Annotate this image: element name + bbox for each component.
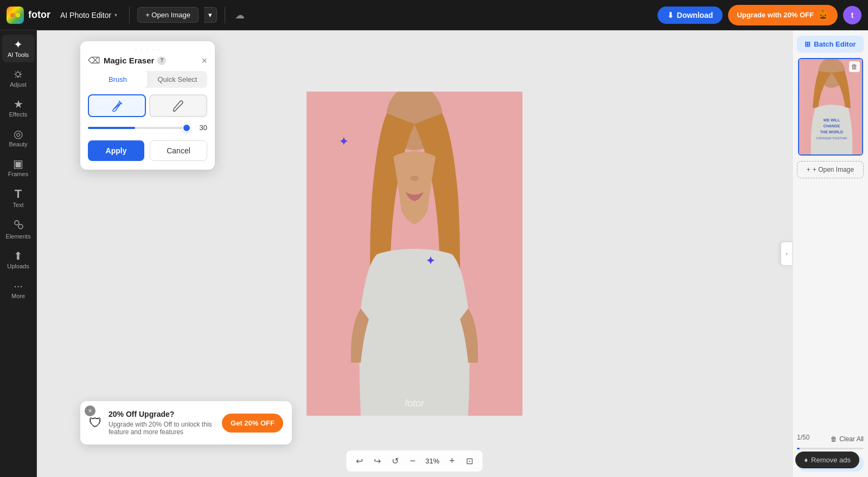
sidebar-item-ai-tools[interactable]: ✦ AI Tools	[2, 35, 35, 62]
upgrade-label: Upgrade with 20% OFF	[737, 11, 814, 19]
elements-icon	[13, 219, 24, 231]
chevron-right-icon: ›	[786, 250, 788, 257]
undo-button[interactable]: ↩	[353, 454, 366, 468]
text-icon: T	[15, 188, 22, 200]
open-image-side-label: + Open Image	[813, 166, 854, 173]
remove-ads-button[interactable]: ♦ Remove ads	[795, 452, 859, 468]
frames-icon: ▣	[13, 158, 23, 169]
svg-text:STRONGER TOGETHER: STRONGER TOGETHER	[816, 137, 847, 140]
progress-bar-fill	[797, 448, 800, 449]
batch-editor-label: Batch Editor	[814, 40, 856, 48]
thumbnail-svg: WE WILL CHANGE THE WORLD STRONGER TOGETH…	[799, 59, 863, 156]
fit-to-screen-button[interactable]: ⊡	[463, 454, 476, 468]
reset-button[interactable]: ↺	[388, 454, 402, 468]
sidebar-label-ai-tools: AI Tools	[8, 51, 29, 58]
slider-value: 30	[192, 124, 207, 132]
sidebar-label-uploads: Uploads	[7, 263, 29, 269]
sidebar-left: ✦ AI Tools ⛭ Adjust ★ Effects ◎ Beauty ▣…	[0, 30, 37, 477]
right-panel: ⊞ Batch Editor WE WILL CHANGE THE WORLD …	[792, 30, 868, 477]
svg-text:CHANGE: CHANGE	[823, 124, 840, 128]
promo-description: Upgrade with 20% Off to unlock this feat…	[108, 421, 215, 436]
zoom-out-button[interactable]: −	[406, 454, 419, 468]
open-image-arrow-button[interactable]: ▾	[204, 7, 217, 23]
sidebar-item-frames[interactable]: ▣ Frames	[2, 154, 35, 182]
apply-button[interactable]: Apply	[88, 140, 144, 161]
slider-track[interactable]	[88, 127, 187, 129]
progress-bar	[797, 448, 864, 449]
sidebar-item-adjust[interactable]: ⛭ Adjust	[2, 65, 35, 92]
zoom-in-button[interactable]: +	[446, 454, 458, 468]
promo-title: 20% Off Upgrade?	[108, 410, 215, 418]
sidebar-label-more: More	[11, 293, 25, 299]
cancel-button[interactable]: Cancel	[150, 140, 207, 161]
more-icon: ···	[14, 280, 23, 291]
topbar: fotor AI Photo Editor ▾ + Open Image ▾ ☁…	[0, 0, 868, 30]
batch-editor-button[interactable]: ⊞ Batch Editor	[797, 36, 864, 53]
avatar-initial: t	[851, 11, 854, 20]
drag-dots-icon: · · · · ·	[135, 46, 161, 53]
canvas-image-inner: ✦ ✦ fotor	[307, 92, 522, 416]
sidebar-item-more[interactable]: ··· More	[2, 276, 35, 304]
svg-text:WE WILL: WE WILL	[823, 118, 840, 122]
canvas-image: ✦ ✦ fotor	[307, 92, 522, 416]
clear-all-button[interactable]: 🗑 Clear All	[831, 435, 864, 443]
brush-tool-button-2[interactable]	[149, 94, 207, 117]
clear-all-label: Clear All	[839, 435, 864, 443]
remove-ads-label: Remove ads	[811, 456, 851, 464]
sidebar-item-beauty[interactable]: ◎ Beauty	[2, 124, 35, 152]
toggle-panel-button[interactable]: ›	[781, 242, 793, 266]
panel-header: ⌫ Magic Eraser ? ×	[80, 55, 215, 71]
tab-quick-select[interactable]: Quick Select	[148, 71, 207, 88]
eraser-icon: ⌫	[88, 55, 100, 66]
sidebar-label-effects: Effects	[9, 111, 27, 118]
redo-button[interactable]: ↪	[371, 454, 384, 468]
panel-title: Magic Eraser	[104, 56, 154, 65]
svg-point-4	[18, 224, 23, 229]
promo-close-button[interactable]: ×	[85, 405, 95, 416]
delete-icon: 🗑	[851, 63, 858, 70]
thumbnail-delete-button[interactable]: 🗑	[849, 61, 860, 72]
sparkle-icon-2: ✦	[426, 254, 435, 267]
image-count-label: 1/50	[797, 434, 809, 441]
download-icon: ⬇	[667, 11, 674, 20]
sidebar-label-elements: Elements	[6, 233, 31, 240]
sidebar-item-effects[interactable]: ★ Effects	[2, 94, 35, 122]
sidebar-item-text[interactable]: T Text	[2, 184, 35, 212]
download-button[interactable]: ⬇ Download	[658, 7, 723, 24]
panel-drag-handle[interactable]: · · · · ·	[80, 41, 215, 55]
divider2	[225, 7, 225, 23]
sidebar-label-beauty: Beauty	[9, 141, 27, 147]
panel-actions: Apply Cancel	[88, 140, 207, 161]
main-area: ✦ AI Tools ⛭ Adjust ★ Effects ◎ Beauty ▣…	[0, 30, 868, 477]
svg-point-7	[410, 176, 419, 181]
zoom-value: 31%	[423, 457, 442, 465]
download-label: Download	[677, 11, 713, 20]
thumbnail-card: WE WILL CHANGE THE WORLD STRONGER TOGETH…	[798, 58, 863, 156]
sidebar-item-uploads[interactable]: ⬆ Uploads	[2, 246, 35, 274]
brush-tools	[88, 94, 207, 117]
open-image-side-button[interactable]: + + Open Image	[797, 161, 864, 178]
tab-brush[interactable]: Brush	[88, 71, 148, 88]
uploads-icon: ⬆	[14, 250, 23, 261]
svg-point-2	[16, 13, 20, 17]
adjust-icon: ⛭	[13, 69, 24, 80]
promo-popup: × 🛡 20% Off Upgrade? Upgrade with 20% Of…	[80, 401, 292, 444]
slider-fill	[88, 127, 135, 129]
sidebar-label-text: Text	[12, 202, 23, 208]
canvas-wrapper: · · · · · ⌫ Magic Eraser ? × Brush Quick…	[37, 30, 792, 477]
effects-icon: ★	[14, 99, 23, 109]
brush-tool-button-1[interactable]	[88, 94, 146, 117]
cloud-icon[interactable]: ☁	[233, 7, 247, 23]
watermark-text: fotor	[405, 398, 424, 409]
promo-cta-button[interactable]: Get 20% OFF	[222, 414, 283, 433]
help-circle-icon[interactable]: ?	[157, 56, 166, 65]
sidebar-item-elements[interactable]: Elements	[2, 215, 35, 244]
app-name-label: AI Photo Editor	[60, 11, 111, 20]
app-name-button[interactable]: AI Photo Editor ▾	[56, 9, 122, 22]
slider-thumb[interactable]	[182, 124, 191, 132]
magic-eraser-panel: · · · · · ⌫ Magic Eraser ? × Brush Quick…	[80, 41, 215, 170]
open-image-button[interactable]: + Open Image	[137, 7, 199, 23]
panel-close-button[interactable]: ×	[201, 56, 207, 66]
avatar-button[interactable]: t	[843, 6, 861, 24]
upgrade-button[interactable]: Upgrade with 20% OFF 🎃	[728, 5, 838, 25]
